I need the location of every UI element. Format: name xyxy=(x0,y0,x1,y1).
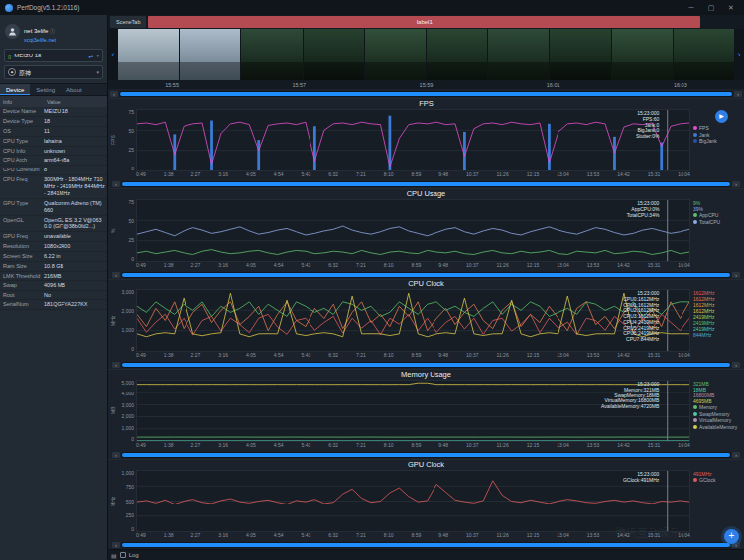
x-tick-label: 14:42 xyxy=(617,171,630,179)
scroll-track[interactable] xyxy=(121,362,731,368)
device-info-table: Device NameMEIZU 18Device Type18OS11CPU … xyxy=(0,107,107,560)
chevron-down-icon[interactable]: ▾ xyxy=(96,53,99,58)
window-title: PerfDog(v5.1.210116) xyxy=(17,4,79,11)
x-tick-label: 15:31 xyxy=(648,262,661,270)
scroll-right-arrow[interactable]: › xyxy=(734,91,742,97)
device-selector[interactable]: ▯ MEIZU 18 ⇄ ▾ xyxy=(4,49,103,62)
scroll-left-arrow[interactable]: ‹ xyxy=(112,272,120,278)
scroll-handle[interactable] xyxy=(122,363,730,367)
scroll-left-arrow[interactable]: ‹ xyxy=(112,362,120,368)
legend-dot xyxy=(693,126,697,130)
minimize-button[interactable]: ─ xyxy=(683,4,699,11)
x-tick-label: 8:59 xyxy=(412,352,422,360)
scroll-left-arrow[interactable]: ‹ xyxy=(112,181,120,187)
scroll-left-arrow[interactable]: ‹ xyxy=(112,452,120,458)
scroll-track[interactable] xyxy=(121,181,731,187)
scene-thumbnail[interactable] xyxy=(674,29,734,80)
x-tick-label: 13:53 xyxy=(587,352,600,360)
chart-scrollbar[interactable]: ‹› xyxy=(110,270,742,279)
chart-plot[interactable]: 15:23:000AppCPU:0%TotalCPU:34% xyxy=(136,199,690,262)
scene-thumbnail[interactable] xyxy=(612,29,673,80)
info-icon[interactable]: ⓘ xyxy=(50,28,55,34)
x-tick-label: 5:43 xyxy=(302,442,311,450)
scene-tab-button[interactable]: SceneTab xyxy=(110,16,146,28)
maximize-button[interactable]: ▢ xyxy=(703,4,719,12)
x-tick-label: 16:04 xyxy=(678,171,690,179)
chart-scrollbar[interactable]: ‹› xyxy=(110,360,742,369)
usb-connection-icon[interactable]: ⇄ xyxy=(88,53,93,59)
strip-left-arrow[interactable]: ‹ xyxy=(109,29,117,80)
x-tick-label: 7:21 xyxy=(356,262,366,270)
scroll-handle[interactable] xyxy=(122,453,730,457)
log-panel-icon[interactable]: ▤ xyxy=(111,552,117,559)
play-button[interactable]: ▶ xyxy=(715,110,728,123)
scroll-track[interactable] xyxy=(119,91,733,97)
table-row: Screen Size6.22 in xyxy=(0,252,107,262)
tab-setting[interactable]: Setting xyxy=(30,84,61,95)
scroll-right-arrow[interactable]: › xyxy=(732,181,740,187)
scroll-left-arrow[interactable]: ‹ xyxy=(112,542,120,548)
scroll-handle[interactable] xyxy=(120,92,732,96)
sidebar: net 3elife ⓘ xcqi3elife.net ▯ MEIZU 18 ⇄… xyxy=(0,15,108,560)
strip-right-arrow[interactable]: › xyxy=(735,29,743,80)
close-button[interactable]: ✕ xyxy=(723,4,739,12)
chart-scrollbar[interactable]: ‹› xyxy=(110,450,742,459)
legend-item[interactable]: AvailableMemory xyxy=(693,424,742,431)
scene-thumbnail[interactable] xyxy=(365,29,426,80)
scroll-track[interactable] xyxy=(121,452,731,458)
chart-plot[interactable]: 15:23:000Memory:321MBSwapMemory:18MBVirt… xyxy=(136,380,690,442)
info-cell: Root xyxy=(0,292,44,299)
x-tick-label: 2:27 xyxy=(191,532,201,540)
value-cell: 11 xyxy=(44,128,107,135)
scroll-handle[interactable] xyxy=(122,543,730,547)
device-selector-label: MEIZU 18 xyxy=(14,53,41,58)
x-tick-label: 14:42 xyxy=(617,442,630,450)
table-row: Device Type18 xyxy=(0,117,107,127)
chart-scrollbar[interactable]: ‹› xyxy=(110,540,742,549)
x-tick-label: 9:48 xyxy=(438,352,448,360)
chart-plot[interactable]: 15:23:000FPS:60Jank:0BigJank:0Stutter:0% xyxy=(136,109,690,171)
game-app-icon: ✦ xyxy=(8,68,16,76)
info-cell: GPU Type xyxy=(0,200,44,214)
x-tick-label: 0:49 xyxy=(136,171,146,179)
value-cell: 10.8 GB xyxy=(44,263,107,270)
app-selector[interactable]: ✦ 原神 ▾ xyxy=(4,65,103,79)
x-tick-label: 4:05 xyxy=(246,262,256,270)
scene-thumbnail[interactable] xyxy=(180,29,240,80)
chart-title: GPU Clock xyxy=(110,460,742,470)
x-tick-label: 10:37 xyxy=(466,262,479,270)
chart-scrollbar[interactable]: ‹› xyxy=(110,179,742,188)
scroll-handle[interactable] xyxy=(122,273,730,277)
legend-item[interactable]: TotalCPU xyxy=(693,219,742,226)
table-row: LMK Threshold216MB xyxy=(0,272,107,281)
thumbnail-scrollbar[interactable]: ‹ › xyxy=(108,89,744,98)
legend-item[interactable]: GClock xyxy=(693,477,742,484)
legend-item[interactable]: BigJank xyxy=(693,138,742,145)
tab-device[interactable]: Device xyxy=(0,84,30,95)
scroll-track[interactable] xyxy=(121,542,731,548)
add-marker-button[interactable]: + xyxy=(724,529,739,544)
chevron-down-icon[interactable]: ▾ xyxy=(96,69,99,75)
scroll-right-arrow[interactable]: › xyxy=(732,452,740,458)
table-row: GPU TypeQualcomm Adreno (TM) 660 xyxy=(0,199,107,216)
scene-thumbnail[interactable] xyxy=(550,29,610,80)
x-tick-label: 1:38 xyxy=(164,171,174,179)
scroll-left-arrow[interactable]: ‹ xyxy=(110,91,118,97)
scene-thumbnail[interactable] xyxy=(427,29,487,80)
log-checkbox[interactable] xyxy=(120,552,126,558)
scene-thumbnail[interactable] xyxy=(304,29,364,80)
app-selector-label: 原神 xyxy=(19,68,31,77)
scroll-handle[interactable] xyxy=(122,182,730,186)
scroll-right-arrow[interactable]: › xyxy=(732,362,740,368)
scene-thumbnail[interactable] xyxy=(488,29,549,80)
chart-plot[interactable]: 15:23:000GClock:491MHz xyxy=(136,470,690,532)
x-tick-label: 13:04 xyxy=(557,532,569,540)
x-tick-label: 13:53 xyxy=(587,442,600,450)
chart-plot[interactable]: 15:23:000CPU0:1612MHzCPU1:1612MHzCPU2:16… xyxy=(136,289,690,352)
scroll-track[interactable] xyxy=(121,272,731,278)
scroll-right-arrow[interactable]: › xyxy=(732,272,740,278)
scene-label-bar[interactable]: label1 xyxy=(148,16,700,28)
scene-thumbnail[interactable] xyxy=(118,29,179,80)
scene-thumbnail[interactable] xyxy=(241,29,302,80)
tab-about[interactable]: About xyxy=(61,84,88,95)
